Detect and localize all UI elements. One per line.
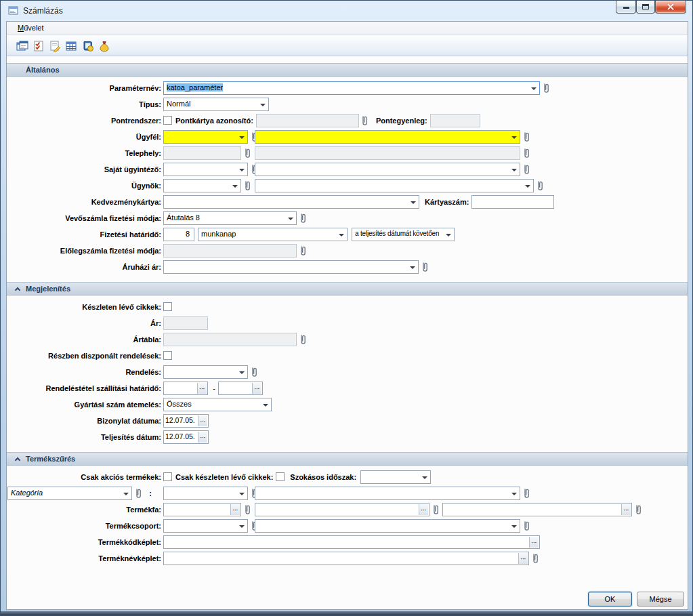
category-code-combobox[interactable] <box>163 487 248 500</box>
payment-deadline-unit-combobox[interactable]: munkanap <box>198 228 348 241</box>
attachment-button[interactable] <box>522 146 531 160</box>
category-field-selector[interactable]: Kategória <box>7 487 132 500</box>
own-clerk-name-combobox[interactable] <box>255 163 520 176</box>
toolbar-invoice-button[interactable] <box>14 38 30 54</box>
usual-period-combobox[interactable] <box>360 470 431 484</box>
payment-deadline-reference-combobox[interactable]: a teljesítés dátumát követően <box>352 228 455 241</box>
delivery-deadline-from-input[interactable]: ··· <box>163 382 208 395</box>
document-date-input[interactable]: 12.07.05. ··· <box>163 414 209 428</box>
fulfillment-date-input[interactable]: 12.07.05. ··· <box>163 430 209 444</box>
dropdown-arrow-icon[interactable] <box>511 136 517 139</box>
cancel-button[interactable]: Mégse <box>637 592 684 607</box>
attachment-button[interactable] <box>432 503 440 516</box>
dropdown-arrow-icon[interactable] <box>288 218 293 220</box>
dropdown-arrow-icon[interactable] <box>263 404 268 407</box>
dropdown-arrow-icon[interactable] <box>525 185 530 188</box>
partially-allocated-orders-checkbox[interactable] <box>163 351 172 360</box>
attachment-button[interactable] <box>522 163 531 176</box>
attachment-button[interactable] <box>536 179 545 192</box>
dropdown-arrow-icon[interactable] <box>511 169 517 171</box>
close-button[interactable] <box>655 1 686 14</box>
attachment-button[interactable] <box>421 260 429 274</box>
discount-card-combobox[interactable] <box>163 195 419 209</box>
toolbar-checklist-button[interactable] <box>30 38 47 54</box>
product-name-formula-input[interactable]: ··· <box>163 552 529 565</box>
promo-only-checkbox[interactable] <box>163 472 172 481</box>
toolbar-money-bag-button[interactable] <box>96 38 112 54</box>
ok-button[interactable]: OK <box>588 592 632 607</box>
in-stock-only-checkbox[interactable] <box>276 472 285 481</box>
card-number-input[interactable] <box>471 195 554 209</box>
attachment-button[interactable] <box>299 244 308 258</box>
browse-button[interactable]: ··· <box>529 537 539 548</box>
dropdown-arrow-icon[interactable] <box>239 136 245 139</box>
dropdown-arrow-icon[interactable] <box>232 185 238 188</box>
menu-muvelet[interactable]: Művelet <box>12 22 49 35</box>
browse-button[interactable]: ··· <box>518 553 528 564</box>
toolbar-table-button[interactable] <box>63 38 79 54</box>
attachment-button[interactable] <box>243 179 252 192</box>
dropdown-arrow-icon[interactable] <box>422 476 427 479</box>
dropdown-arrow-icon[interactable] <box>239 525 245 528</box>
collapse-chevron-icon[interactable] <box>15 287 20 293</box>
attachment-button[interactable] <box>542 81 551 95</box>
minimize-button[interactable] <box>616 1 636 14</box>
browse-button[interactable]: ··· <box>252 383 261 394</box>
product-code-formula-input[interactable]: ··· <box>163 535 540 549</box>
attachment-button[interactable] <box>250 365 259 379</box>
browse-button[interactable]: ··· <box>198 415 207 426</box>
collapse-chevron-icon[interactable] <box>15 457 20 463</box>
attachment-button[interactable] <box>634 503 643 516</box>
customer-invoice-payment-combobox[interactable]: Átutalás 8 <box>163 211 297 225</box>
browse-button[interactable]: ··· <box>419 504 428 515</box>
dropdown-arrow-icon[interactable] <box>511 493 517 495</box>
dropdown-arrow-icon[interactable] <box>411 201 416 204</box>
customer-code-combobox[interactable] <box>163 130 248 144</box>
product-group-name-combobox[interactable] <box>255 519 520 533</box>
product-tree-input-2[interactable]: ··· <box>255 503 429 516</box>
maximize-button[interactable] <box>636 1 655 14</box>
delivery-deadline-to-input[interactable]: ··· <box>218 382 263 395</box>
dropdown-arrow-icon[interactable] <box>260 104 266 106</box>
attachment-button[interactable] <box>531 552 540 565</box>
attachment-button[interactable] <box>243 503 252 516</box>
attachment-button[interactable] <box>522 130 531 144</box>
dropdown-arrow-icon[interactable] <box>446 234 451 237</box>
payment-deadline-days-input[interactable]: 8 <box>163 228 194 241</box>
product-tree-input-1[interactable]: ··· <box>163 503 241 516</box>
browse-button[interactable]: ··· <box>621 504 631 515</box>
category-name-combobox[interactable] <box>255 487 520 500</box>
product-group-code-combobox[interactable] <box>163 519 248 533</box>
browse-button[interactable]: ··· <box>198 432 207 443</box>
attachment-button[interactable] <box>360 114 369 127</box>
store-price-combobox[interactable] <box>163 260 419 274</box>
attachment-button[interactable] <box>134 487 143 500</box>
agent-code-combobox[interactable] <box>163 179 241 192</box>
attachment-button[interactable] <box>522 487 531 500</box>
type-combobox[interactable]: Normál <box>163 98 269 111</box>
dropdown-arrow-icon[interactable] <box>239 371 245 374</box>
serial-transfer-combobox[interactable]: Összes <box>163 398 272 411</box>
toolbar-ledger-button[interactable] <box>80 38 96 54</box>
parameter-name-combobox[interactable]: katoa_paraméter <box>163 81 540 95</box>
browse-button[interactable]: ··· <box>230 504 240 515</box>
toolbar-edit-note-button[interactable] <box>47 38 63 54</box>
customer-name-combobox[interactable] <box>255 130 520 144</box>
attachment-button[interactable] <box>522 519 531 533</box>
own-clerk-code-combobox[interactable] <box>163 163 248 176</box>
browse-button[interactable]: ··· <box>197 383 207 394</box>
dropdown-arrow-icon[interactable] <box>239 493 245 495</box>
dropdown-arrow-icon[interactable] <box>511 525 517 528</box>
attachment-button[interactable] <box>299 211 308 225</box>
dropdown-arrow-icon[interactable] <box>339 234 344 237</box>
attachment-button[interactable] <box>299 333 308 346</box>
agent-name-combobox[interactable] <box>255 179 534 192</box>
dropdown-arrow-icon[interactable] <box>531 87 537 90</box>
order-combobox[interactable] <box>163 365 248 379</box>
point-system-checkbox[interactable] <box>163 116 172 125</box>
in-stock-items-checkbox[interactable] <box>163 302 172 311</box>
attachment-button[interactable] <box>243 146 252 160</box>
dropdown-arrow-icon[interactable] <box>410 266 415 269</box>
dropdown-arrow-icon[interactable] <box>123 493 129 495</box>
dropdown-arrow-icon[interactable] <box>239 169 245 171</box>
